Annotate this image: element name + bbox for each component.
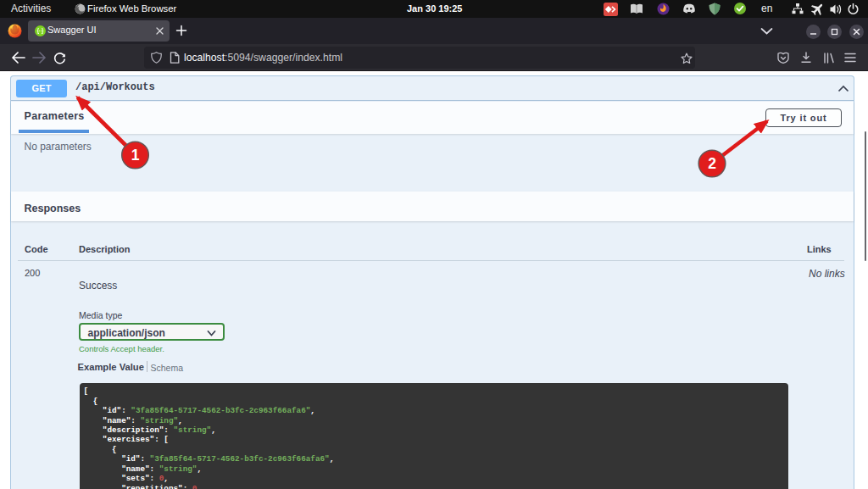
svg-text:1: 1 [131, 147, 140, 164]
svg-text:2: 2 [708, 155, 716, 172]
